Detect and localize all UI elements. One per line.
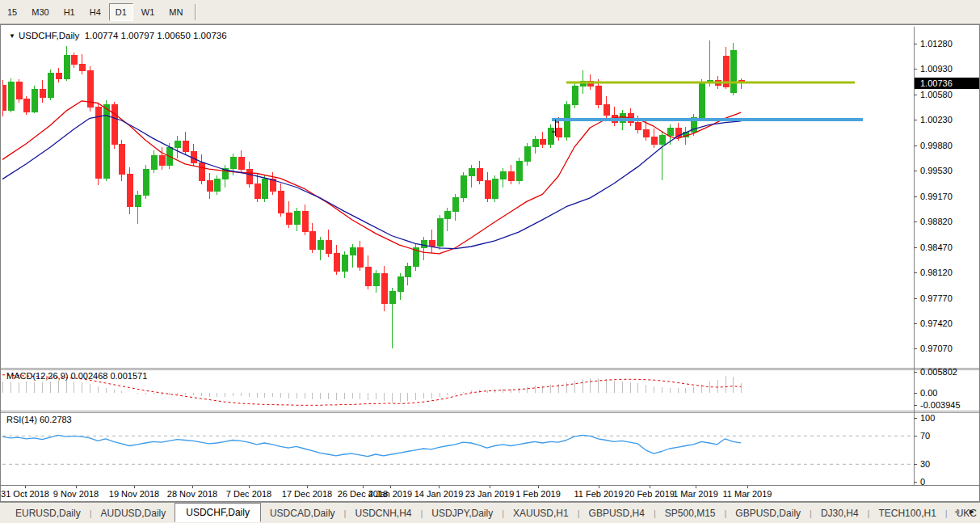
date-axis-tick [25,486,26,488]
price-axis-tick [914,348,917,349]
date-axis-tick [747,486,748,488]
rsi-axis-label: 100 [920,413,935,423]
macd-axis-label: 0.005802 [920,367,957,377]
chart-tab-usdcnh-h4[interactable]: USDCNH,H4 [346,504,420,522]
timeframe-button-h4[interactable]: H4 [83,3,107,21]
date-axis-tick [650,486,650,488]
chart-tab-tech100-h1[interactable]: TECH100,H1 [869,504,944,522]
price-axis-label: 1.00930 [920,64,953,74]
date-axis-tick [76,486,77,488]
macd-axis-tick [914,405,917,406]
chart-tab-eurusd-daily[interactable]: EURUSD,Daily [6,504,90,522]
rsi-axis-tick [914,482,917,483]
price-axis-label: 0.99170 [920,192,953,201]
macd-label: MACD(12,26,9) 0.002468 0.001571 [6,371,147,381]
price-axis-label: 0.97070 [920,344,953,353]
price-axis-tick [914,146,917,146]
chart-title: ▼USDCHF,Daily 1.00774 1.00797 1.00650 1.… [9,31,227,40]
tab-scroll-left-icon[interactable]: ◄ [953,507,961,516]
price-axis-label: 1.00230 [920,115,953,124]
timeframe-button-mn[interactable]: MN [162,3,189,21]
price-axis-tick [914,120,917,120]
timeframe-button-15[interactable]: 15 [1,3,23,21]
price-axis-label: 0.98820 [920,217,953,226]
price-axis-tick [914,44,917,44]
price-axis-tick [914,298,917,299]
price-axis-tick [914,171,917,171]
chart-tab-usdjpy-daily[interactable]: USDJPY,Daily [423,504,502,522]
timeframe-button-w1[interactable]: W1 [135,3,162,21]
macd-axis-label: -0.003945 [920,400,961,410]
tab-scroll-arrows: ◄► [945,507,976,516]
chart-tab-dj30-h4[interactable]: DJ30,H4 [812,504,868,522]
macd-signal-value: 0.001571 [110,371,147,381]
chart-dropdown-icon[interactable]: ▼ [9,32,15,40]
date-axis-tick [490,486,490,488]
rsi-axis-tick [914,418,917,419]
rsi-axis-label: 30 [920,459,930,469]
price-axis-tick [914,272,917,273]
price-pane[interactable] [2,27,914,368]
rsi-axis-tick [914,464,917,465]
date-axis-tick [249,486,250,488]
price-axis-tick [914,221,917,222]
price-axis-tick [914,247,917,248]
rsi-axis-tick [914,436,917,437]
macd-axis-label: 0.00 [920,388,937,398]
price-axis-label: 0.97770 [920,293,953,303]
rsi-label: RSI(14) 60.2783 [6,415,72,424]
chart-tab-gbpusd-daily[interactable]: GBPUSD,Daily [726,504,810,522]
timeframe-toolbar: 15M30H1H4D1W1MN [0,0,980,24]
rsi-value: 60.2783 [40,415,72,424]
date-axis-tick [192,486,193,488]
toolbar-separator [195,4,196,20]
macd-name: MACD(12,26,9) [6,371,68,381]
chart-tab-usdcad-daily[interactable]: USDCAD,Daily [261,504,344,522]
date-axis-tick [439,486,440,488]
rsi-axis-label: 70 [920,431,930,441]
price-axis-label: 0.97420 [920,318,953,328]
price-axis-tick [914,95,917,95]
price-axis-label: 0.99880 [920,141,953,150]
metatrader-window: { "toolbar": { "timeframes": ["15", "M30… [0,0,980,523]
date-axis-tick [599,486,599,488]
date-axis-tick [363,486,364,488]
chart-tab-sp500-m15[interactable]: SP500,M15 [656,504,725,522]
price-axis-border [914,27,915,485]
macd-value: 0.002468 [70,371,107,381]
chart-tab-usdchf-daily[interactable]: USDCHF,Daily [175,503,261,522]
date-axis-tick [696,486,696,488]
date-axis-tick [390,486,391,488]
candlestick-series [2,40,744,348]
price-axis-label: 0.98120 [920,268,953,277]
date-axis-tick [538,486,539,488]
chart-symbol-label: USDCHF,Daily [19,31,79,40]
current-price-tag: 1.00736 [915,78,979,89]
timeframe-button-m30[interactable]: M30 [25,3,55,21]
price-axis-label: 0.99530 [920,166,953,175]
price-axis-label: 0.98470 [920,243,953,252]
rsi-pane [2,413,914,485]
rsi-axis-label: 0 [920,477,925,487]
tab-scroll-right-icon[interactable]: ► [968,507,976,516]
date-axis-tick [307,486,308,488]
timeframe-button-d1[interactable]: D1 [109,3,133,21]
chart-tab-audusd-daily[interactable]: AUDUSD,Daily [92,504,175,522]
price-axis-tick [914,323,917,324]
price-axis-tick [914,69,917,70]
price-axis-label: 1.00580 [920,90,953,99]
chart-tab-xauusd-h1[interactable]: XAUUSD,H1 [504,504,578,522]
price-axis-label: 1.01280 [920,39,953,49]
timeframe-button-h1[interactable]: H1 [57,3,82,21]
rsi-name: RSI(14) [6,415,37,424]
price-axis-tick [914,196,917,197]
rsi-line [2,435,741,456]
chart-ohlc-values: 1.00774 1.00797 1.00650 1.00736 [85,31,227,40]
date-axis-label: 11 Mar 2019 [711,489,784,499]
macd-axis-tick [914,393,917,394]
macd-axis-tick [914,372,917,373]
chart-tab-bar: EURUSD,Daily|AUDUSD,DailyUSDCHF,DailyUSD… [0,502,980,523]
chart-tab-gbpusd-h4[interactable]: GBPUSD,H4 [580,504,654,522]
date-axis-tick [134,486,135,488]
